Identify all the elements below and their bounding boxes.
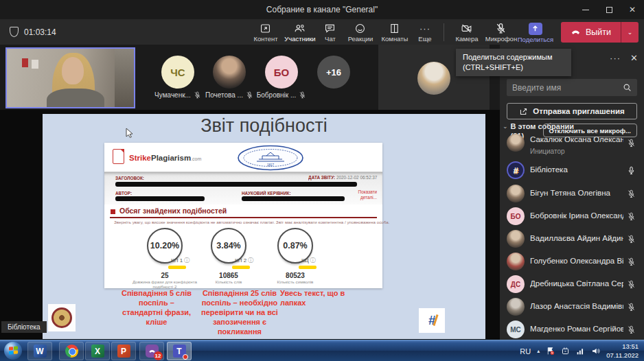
- ellipsis-icon: ···: [419, 23, 430, 34]
- panel-more-button[interactable]: ···: [610, 53, 621, 63]
- close-button[interactable]: ✕: [621, 0, 644, 19]
- taskbar-chrome-button[interactable]: [59, 342, 84, 360]
- maximize-button[interactable]: [597, 0, 621, 19]
- participant-name: Дребницька Світлана Сергіївна: [530, 279, 623, 288]
- speaker-icon[interactable]: [591, 347, 600, 356]
- library-hash-logo: #: [419, 308, 445, 333]
- participant-row[interactable]: Сакалюк Оксана Олександрівна Инициатор: [500, 132, 644, 157]
- mic-off-icon[interactable]: [627, 303, 636, 312]
- mic-on-icon[interactable]: [627, 166, 636, 175]
- person-body: [47, 89, 104, 108]
- language-indicator[interactable]: RU: [520, 347, 531, 356]
- participants-button[interactable]: Участники: [284, 21, 316, 43]
- mic-off-icon[interactable]: [627, 139, 636, 148]
- minimize-button[interactable]: [574, 0, 597, 19]
- excel-icon: X: [91, 345, 104, 358]
- participant-name: Голубенко Олександра Вікторі...: [530, 257, 623, 265]
- redacted-title: [115, 182, 357, 187]
- mic-off-icon[interactable]: [627, 235, 636, 244]
- yellow-marker: [168, 266, 186, 269]
- yellow-marker: [299, 266, 317, 269]
- avatar-initials[interactable]: БО: [265, 56, 298, 89]
- participant-name: Бібліотека: [530, 165, 623, 174]
- avatar: [507, 185, 525, 202]
- send-invite-button[interactable]: Отправка приглашения: [507, 103, 637, 119]
- participant-row[interactable]: МС Магденко Роман Сергійович: [500, 319, 644, 341]
- search-icon: [623, 83, 632, 92]
- avatar-initials[interactable]: ЧС: [161, 56, 194, 89]
- participants-panel: ··· ✕ Введите имя Отправка приглашения ⌄…: [500, 45, 644, 340]
- start-button[interactable]: [4, 342, 22, 360]
- strikeplagiarism-logo: StrikePlagiarism.com: [129, 154, 201, 162]
- taskbar-powerpoint-button[interactable]: P: [111, 342, 136, 360]
- library-logo-avatar: #: [507, 161, 525, 179]
- mic-off-icon[interactable]: [627, 212, 636, 221]
- camera-button[interactable]: Камера: [451, 21, 483, 43]
- participant-name: Чумаченк...: [154, 91, 191, 99]
- info-icon: ⓘ: [184, 257, 189, 264]
- mouse-cursor: [126, 128, 133, 138]
- info-icon: ⓘ: [248, 257, 253, 264]
- notification-dot: [183, 354, 188, 360]
- video-strip: ЧС Чумаченк... Почетова ... БО Бобровнік…: [0, 45, 500, 110]
- avatar-initials: ДС: [507, 275, 525, 293]
- windows-logo-icon: [9, 346, 18, 355]
- metric-caption: Кількість слів: [193, 280, 265, 285]
- share-button[interactable]: Поделиться: [520, 21, 551, 43]
- participant-row[interactable]: Лазор Анастасія Вадимівна: [500, 296, 644, 318]
- reactions-button[interactable]: Реакции: [345, 21, 376, 43]
- participant-name: Бігун Тетяна Олегівна: [530, 189, 623, 197]
- participant-name: Вадиллаєва Айдин Айдин: [530, 234, 623, 242]
- screen-share-stage: Звіт подібності StrikePlagiarism.com 181…: [0, 110, 500, 340]
- participant-row[interactable]: # Бібліотека: [500, 160, 644, 182]
- maximize-icon: [606, 7, 612, 13]
- microphone-button[interactable]: Микрофон: [485, 21, 517, 43]
- action-center-flag-icon[interactable]: [546, 347, 555, 356]
- participant-row[interactable]: БО Бобровнік Ірина Олександрівна: [500, 206, 644, 228]
- more-button[interactable]: ··· Еще: [413, 21, 437, 43]
- tray-expand-icon[interactable]: ▴: [537, 348, 540, 354]
- metric-value: 10865: [191, 272, 266, 279]
- content-button[interactable]: Контент: [250, 21, 281, 43]
- shared-slide: Звіт подібності StrikePlagiarism.com 181…: [43, 114, 485, 339]
- system-tray: RU ▴ 13:51 07.11.2022: [520, 340, 644, 361]
- metric-label: КП 2 ⓘ: [235, 257, 253, 264]
- participant-name: Почетова ...: [205, 91, 243, 99]
- leave-button-group: Выйти ⌄: [561, 22, 639, 43]
- taskbar-viber-button[interactable]: 12: [139, 342, 164, 360]
- panel-close-button[interactable]: ✕: [630, 53, 639, 63]
- mic-off-icon[interactable]: [627, 325, 636, 334]
- taskbar-word-button[interactable]: W: [27, 342, 52, 360]
- leave-options-button[interactable]: ⌄: [621, 22, 639, 43]
- taskbar-excel-button[interactable]: X: [85, 342, 110, 360]
- participant-row[interactable]: Вадиллаєва Айдин Айдин: [500, 229, 644, 251]
- participant-row[interactable]: ДС Дребницька Світлана Сергіївна: [500, 274, 644, 296]
- taskbar-teams-button[interactable]: T: [167, 342, 192, 360]
- overflow-count-avatar[interactable]: +16: [317, 56, 350, 89]
- mic-off-icon[interactable]: [627, 189, 636, 198]
- metric-caption: Кількість символів: [260, 280, 332, 285]
- leave-button[interactable]: Выйти: [561, 22, 621, 43]
- active-speaker-video[interactable]: [5, 47, 135, 108]
- disclaimer-text: Зверніть увагу, що високе значення коефі…: [114, 220, 389, 225]
- chat-button[interactable]: Чат: [319, 21, 342, 43]
- participant-row[interactable]: Бігун Тетяна Олегівна: [500, 183, 644, 205]
- taskbar-clock[interactable]: 13:51 07.11.2022: [606, 342, 639, 360]
- share-tray-icon: [529, 23, 542, 35]
- viber-icon: 12: [146, 345, 159, 358]
- network-signal-icon[interactable]: [576, 347, 585, 356]
- svg-text:1817: 1817: [267, 163, 275, 167]
- power-plug-icon[interactable]: [561, 347, 570, 356]
- powerpoint-icon: P: [117, 345, 130, 358]
- search-input[interactable]: Введите имя: [507, 79, 637, 96]
- rooms-button[interactable]: Комнаты: [379, 21, 411, 43]
- mic-off-icon[interactable]: [627, 257, 636, 266]
- windows-taskbar: W X P 12 T RU ▴: [0, 340, 644, 361]
- share-tooltip: Поделиться содержимым (CTRL+SHIFT+E): [456, 49, 571, 76]
- slide-title: Звіт подібності: [43, 115, 485, 137]
- avatar-photo[interactable]: [213, 56, 246, 89]
- window-controls: ✕: [574, 0, 644, 19]
- clock-date: 07.11.2022: [606, 351, 639, 360]
- participant-row[interactable]: Голубенко Олександра Вікторі...: [500, 251, 644, 273]
- mic-off-icon[interactable]: [627, 280, 636, 289]
